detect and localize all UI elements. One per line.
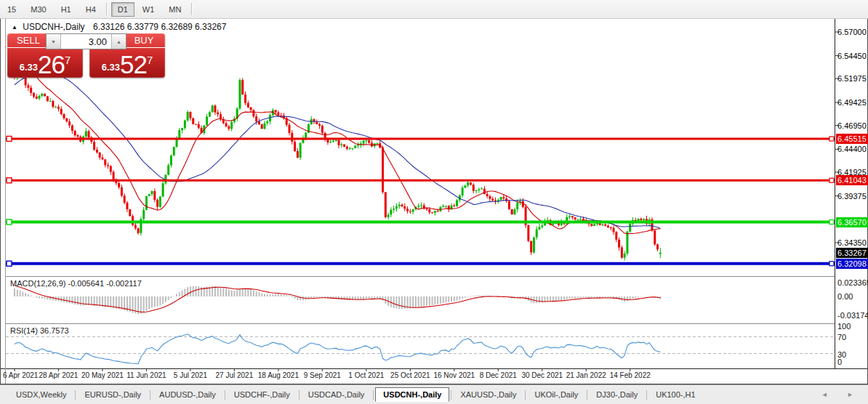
level-price-label: 6.41043 [836,175,868,185]
toolbar-divider [191,3,193,15]
price-tick-label: 6.39375 [836,191,868,201]
tab-usdx-weekly[interactable]: USDX,Weekly [9,387,73,402]
date-label: 8 Dec 2021 [480,371,517,379]
rsi-label: RSI(14) 36.7573 [10,326,69,335]
tab-divider [150,390,150,400]
level-price-label: 6.32098 [836,259,868,269]
tab-audusd-daily[interactable]: AUDUSD-,Daily [152,387,223,402]
macd-scale-label: 0.00 [837,292,853,301]
date-label: 5 Jul 2021 [174,371,207,379]
price-tick-label: 6.54450 [836,51,868,61]
tab-divider [587,390,587,400]
tab-usdcnh-daily[interactable]: USDCNH-,Daily [375,387,449,402]
ohlc-values: 6.33126 6.33779 6.32689 6.33267 [93,22,227,32]
sell-button[interactable]: SELL [7,33,49,48]
timeframe-button-h1[interactable]: H1 [55,2,78,17]
one-click-trading-panel: SELL 6.33 26 7 BUY 6.33 52 7 ▼ ▲ [7,33,165,78]
date-label: 16 Nov 2021 [433,371,475,379]
timeframe-button-m30[interactable]: M30 [24,2,52,17]
price-tick-label: 6.34350 [836,238,868,248]
tab-divider [299,390,300,400]
window-inner-border [5,19,6,384]
tab-scroll-arrows[interactable]: ◄ ► [821,391,862,398]
date-label: 9 Sep 2021 [304,371,341,379]
bid-price-label: 6.33267 [836,248,868,258]
sell-price-prefix: 6.33 [20,62,38,76]
tab-usdchf-daily[interactable]: USDCHF-,Daily [227,387,297,402]
date-label: 28 Apr 2021 [39,371,79,379]
volume-increase-button[interactable]: ▲ [111,34,126,49]
date-label: 18 Aug 2021 [258,371,299,379]
rsi-scale-label: 100 [837,322,851,331]
tab-divider [525,390,526,400]
buy-button[interactable]: BUY [123,33,165,48]
terminal-window: 15M30H1H4D1W1MN ▲ USDCNH-,Daily 6.33126 … [0,0,868,404]
timeframe-button-d1[interactable]: D1 [111,2,134,17]
tab-divider [646,390,647,400]
sell-price: 6.33 26 7 [7,48,83,76]
timeframe-button-mn[interactable]: MN [162,2,188,17]
sell-price-pip: 7 [65,54,71,76]
date-label: 30 Dec 2021 [521,371,563,379]
timeframe-toolbar: 15M30H1H4D1W1MN [0,0,868,19]
timeframe-button-15[interactable]: 15 [1,2,23,17]
price-tick-label: 6.44400 [836,144,868,154]
volume-input[interactable] [61,34,111,49]
price-tick-label: 6.46950 [836,121,868,131]
volume-control: ▼ ▲ [46,33,126,49]
tab-eurusd-daily[interactable]: EURUSD-,Daily [77,387,148,402]
level-price-label: 6.36570 [836,217,868,227]
buy-price-prefix: 6.33 [102,62,120,76]
tab-dj30-daily[interactable]: DJ30-,Daily [589,387,645,402]
tab-usdcad-daily[interactable]: USDCAD-,Daily [301,387,372,402]
tab-divider [373,390,374,400]
symbol-period-label: USDCNH-,Daily [23,22,84,32]
volume-decrease-button[interactable]: ▼ [47,34,61,49]
price-tick-label: 6.51975 [836,73,868,84]
macd-scale-label: -0.031744 [837,311,868,320]
tab-uk100-h1[interactable]: UK100-,H1 [648,387,702,402]
tab-xauusd-daily[interactable]: XAUUSD-,Daily [453,387,523,402]
timeframe-button-h4[interactable]: H4 [79,2,103,17]
rsi-scale-label: 0 [837,357,842,366]
chart-tab-bar: USDX,WeeklyEURUSD-,DailyAUDUSD-,DailyUSD… [0,384,868,404]
tab-divider [225,390,225,400]
tab-divider [451,390,451,400]
tab-ukoil-daily[interactable]: UKOil-,Daily [527,387,585,402]
date-label: 14 Feb 2022 [610,371,651,379]
chart-title: ▲ USDCNH-,Daily 6.33126 6.33779 6.32689 … [12,22,226,32]
date-label: 20 May 2021 [81,371,124,379]
date-label: 27 Jul 2021 [216,371,254,379]
collapse-arrow-icon[interactable]: ▲ [12,24,17,31]
date-label: 11 Jun 2021 [126,371,166,379]
level-price-label: 6.45515 [836,134,868,144]
sell-price-main: 26 [38,52,65,76]
date-label: 25 Oct 2021 [390,371,430,379]
tab-divider [75,390,76,400]
buy-price-main: 52 [120,52,147,76]
date-label: 6 Apr 2021 [3,371,38,379]
date-label: 21 Jan 2022 [566,371,606,379]
buy-price: 6.33 52 7 [89,48,165,76]
toolbar-divider [106,3,108,15]
macd-label: MACD(12,26,9) -0.005641 -0.002117 [10,279,142,288]
macd-scale-label: 0.023365 [837,278,868,287]
price-tick-label: 6.57000 [836,27,868,37]
buy-price-pip: 7 [147,54,153,76]
rsi-scale-label: 70 [837,333,846,342]
price-tick-label: 6.49425 [836,97,868,108]
timeframe-button-w1[interactable]: W1 [136,2,161,17]
date-label: 1 Oct 2021 [348,371,384,379]
